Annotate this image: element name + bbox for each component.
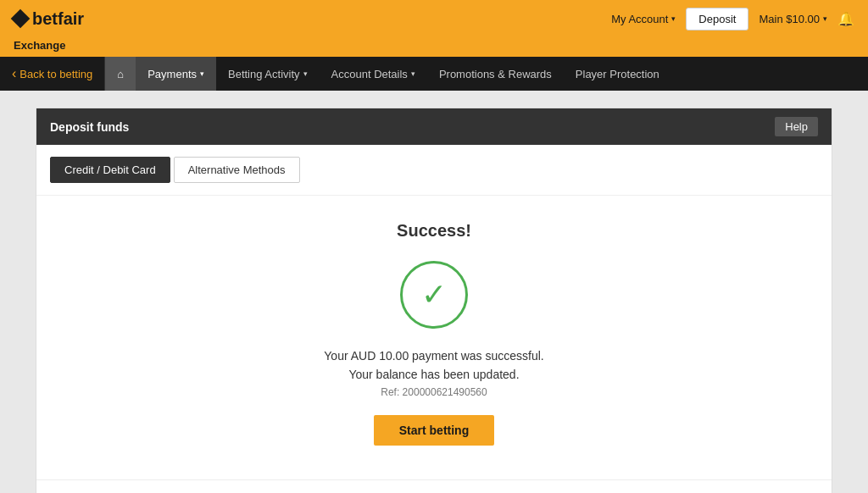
payments-label: Payments — [147, 68, 197, 80]
main-content: Deposit funds Help Credit / Debit Card A… — [36, 108, 832, 493]
payment-tabs: Credit / Debit Card Alternative Methods — [36, 145, 832, 196]
credit-debit-tab[interactable]: Credit / Debit Card — [50, 157, 170, 183]
balance-button[interactable]: Main $10.00 ▾ — [759, 13, 827, 25]
account-details-nav-item[interactable]: Account Details ▾ — [320, 57, 427, 91]
chevron-down-icon: ▾ — [200, 69, 204, 78]
deposit-label: Deposit — [698, 13, 736, 25]
trust-area: You can trust Betfair with your card det… — [36, 479, 832, 493]
deposit-title: Deposit funds — [50, 120, 129, 134]
credit-tab-label: Credit / Debit Card — [64, 163, 156, 176]
help-button[interactable]: Help — [775, 117, 818, 136]
site-header: betfair My Account ▾ Deposit Main $10.00… — [0, 0, 868, 37]
exchange-bar: Exchange — [0, 37, 868, 57]
alternative-tab-label: Alternative Methods — [188, 163, 286, 176]
my-account-button[interactable]: My Account ▾ — [611, 13, 676, 25]
home-icon: ⌂ — [117, 68, 124, 80]
start-betting-button[interactable]: Start betting — [374, 415, 494, 446]
back-label: Back to betting — [19, 68, 92, 80]
chevron-down-icon: ▾ — [671, 14, 676, 23]
success-message1: Your AUD 10.00 payment was successful. — [53, 349, 815, 363]
account-details-label: Account Details — [331, 68, 408, 80]
alternative-methods-tab[interactable]: Alternative Methods — [174, 157, 300, 183]
success-icon-wrapper: ✓ — [400, 261, 468, 329]
promotions-nav-item[interactable]: Promotions & Rewards — [427, 57, 564, 91]
success-ref: Ref: 200000621490560 — [53, 386, 815, 398]
success-title: Success! — [53, 221, 815, 241]
betting-activity-label: Betting Activity — [228, 68, 300, 80]
deposit-button[interactable]: Deposit — [686, 8, 748, 30]
brand-logo: betfair — [14, 9, 84, 29]
promotions-label: Promotions & Rewards — [439, 68, 552, 80]
exchange-label: Exchange — [14, 39, 65, 52]
home-nav-item[interactable]: ⌂ — [105, 57, 136, 91]
payments-nav-item[interactable]: Payments ▾ — [136, 57, 216, 91]
back-to-betting-link[interactable]: Back to betting — [0, 57, 105, 91]
success-message2: Your balance has been updated. — [53, 368, 815, 381]
player-protection-nav-item[interactable]: Player Protection — [564, 57, 671, 91]
logo-diamond — [11, 9, 31, 29]
betting-activity-nav-item[interactable]: Betting Activity ▾ — [216, 57, 320, 91]
main-nav: Back to betting ⌂ Payments ▾ Betting Act… — [0, 57, 868, 91]
help-label: Help — [785, 120, 808, 133]
chevron-down-icon: ▾ — [411, 69, 415, 78]
header-right: My Account ▾ Deposit Main $10.00 ▾ 🔔 — [611, 8, 854, 30]
deposit-header: Deposit funds Help — [36, 108, 832, 145]
brand-name: betfair — [32, 9, 84, 29]
my-account-label: My Account — [611, 13, 668, 25]
bell-icon[interactable]: 🔔 — [837, 11, 854, 27]
checkmark-icon: ✓ — [421, 280, 447, 310]
player-protection-label: Player Protection — [576, 68, 659, 80]
chevron-down-icon: ▾ — [303, 69, 308, 78]
balance-label: Main $10.00 — [759, 13, 820, 25]
success-area: Success! ✓ Your AUD 10.00 payment was su… — [36, 196, 832, 471]
start-betting-label: Start betting — [399, 424, 469, 437]
chevron-down-icon: ▾ — [823, 14, 827, 23]
